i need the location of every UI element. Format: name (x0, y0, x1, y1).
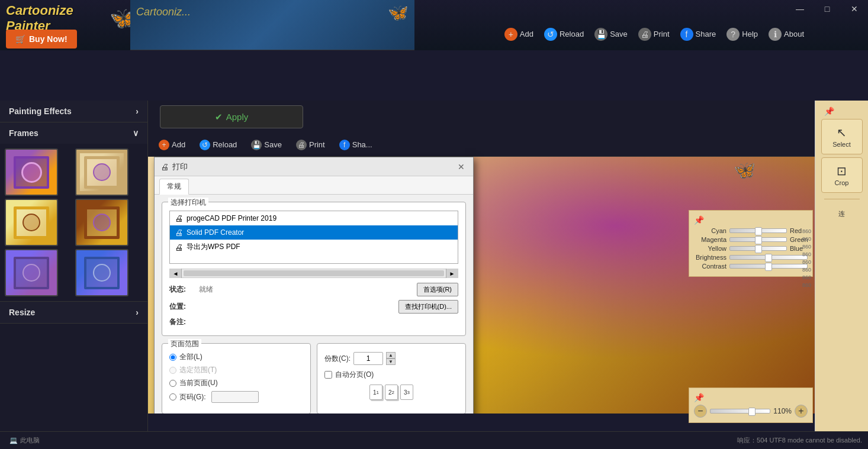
maximize-button[interactable]: □ (814, 0, 841, 18)
page-range-label: 页面范围 (168, 339, 201, 349)
page-num-3b: 3 (407, 390, 410, 395)
value-860-4: 860 (802, 251, 811, 257)
add-button[interactable]: + Add (500, 25, 538, 43)
printer-item-2[interactable]: 🖨 Solid PDF Creator (170, 225, 458, 240)
frame-item-5[interactable] (5, 249, 58, 296)
cyan-label: Cyan (694, 227, 726, 234)
select-icon: ↖ (837, 125, 847, 140)
share-button-2[interactable]: f Sha... (335, 137, 377, 153)
copies-up-btn[interactable]: ▲ (386, 352, 396, 358)
apply-button[interactable]: ✔ Apply (160, 105, 303, 128)
page-preview-1: 1 1 (369, 385, 382, 400)
about-button[interactable]: ℹ About (764, 25, 809, 43)
magenta-slider[interactable] (729, 237, 787, 242)
value-860-2: 860 (802, 236, 811, 242)
painting-effects-header[interactable]: Painting Effects › (0, 101, 147, 122)
cyan-slider[interactable] (729, 228, 787, 233)
frame-item-4[interactable] (75, 199, 128, 246)
copies-input[interactable] (353, 352, 383, 365)
brightness-row: Brightness (694, 254, 808, 261)
frame-thumb-2 (76, 150, 127, 195)
scroll-right-btn[interactable]: ► (446, 269, 458, 278)
page-number-radio[interactable] (169, 393, 176, 400)
select-tool-button[interactable]: ↖ Select (821, 119, 863, 154)
printer-item-3[interactable]: 🖨 导出为WPS PDF (170, 240, 458, 254)
resize-header[interactable]: Resize › (0, 302, 147, 323)
dialog-tab-general[interactable]: 常规 (159, 179, 189, 195)
frame-item-2[interactable] (75, 148, 128, 196)
current-radio[interactable] (169, 380, 176, 387)
value-860-8: 860 (802, 282, 811, 288)
print-button[interactable]: 🖨 Print (634, 25, 674, 43)
current-radio-label: 当前页面(U) (179, 378, 218, 388)
scroll-track (184, 270, 444, 276)
printer-scrollbar[interactable]: ◄ ► (169, 269, 458, 278)
save-icon: 💾 (594, 28, 607, 41)
top-toolbar: + Add ↺ Reload 💾 Save 🖨 Print f Share ? … (500, 18, 809, 50)
crop-label: Crop (835, 179, 849, 186)
frames-header[interactable]: Frames ∨ (0, 122, 147, 144)
frame-thumb-5 (6, 250, 57, 295)
printer-item-1[interactable]: 🖨 progeCAD PDF Printer 2019 (170, 211, 458, 225)
right-panel-divider (824, 199, 860, 199)
all-radio[interactable] (169, 354, 176, 361)
notes-label: 备注: (169, 317, 199, 327)
page-range-col: 页面范围 全部(L) 选定范围(T) 当前页面(U) (162, 343, 311, 414)
painting-effects-label: Painting Effects (9, 106, 72, 116)
add-button-2[interactable]: + Add (154, 137, 190, 153)
share-label-2: Sha... (352, 140, 372, 149)
copies-down-btn[interactable]: ▼ (386, 358, 396, 365)
print-button-2[interactable]: 🖨 Print (291, 137, 330, 153)
collate-checkbox[interactable] (324, 371, 332, 379)
find-printer-button[interactable]: 查找打印机(D)... (398, 300, 458, 314)
all-radio-row: 全部(L) (169, 352, 303, 362)
value-860-3: 860 (802, 244, 811, 250)
add-icon-2: + (159, 140, 169, 150)
page-number-input[interactable] (211, 391, 259, 403)
save-button-2[interactable]: 💾 Save (246, 137, 287, 153)
zoom-out-button[interactable]: − (694, 405, 707, 418)
contrast-label: Contrast (694, 263, 726, 270)
reload-button-2[interactable]: ↺ Reload (195, 137, 242, 153)
zoom-level: 110% (773, 407, 792, 415)
crop-tool-button[interactable]: ⊡ Crop (821, 157, 863, 193)
zoom-slider[interactable] (710, 409, 770, 414)
selection-radio[interactable] (169, 367, 176, 374)
color-pin-icon: 📌 (694, 215, 704, 225)
add-label: Add (520, 30, 533, 38)
frame-item-3[interactable] (5, 199, 58, 246)
add-icon: + (504, 28, 517, 41)
page-preview-3: 3 3 (400, 385, 413, 400)
help-button[interactable]: ? Help (722, 25, 763, 43)
zoom-controls: − 110% + (694, 405, 808, 418)
printer-list[interactable]: 🖨 progeCAD PDF Printer 2019 🖨 Solid PDF … (169, 211, 458, 264)
page-range-group: 页面范围 全部(L) 选定范围(T) 当前页面(U) (162, 343, 311, 414)
scroll-left-btn[interactable]: ◄ (170, 269, 182, 278)
prefs-button[interactable]: 首选项(R) (417, 283, 458, 296)
apply-checkmark: ✔ (215, 112, 223, 122)
share-icon: f (680, 28, 693, 41)
help-icon: ? (726, 28, 740, 41)
apply-label: Apply (226, 112, 249, 122)
left-sidebar: Painting Effects › Frames ∨ (0, 101, 148, 449)
brightness-slider[interactable] (729, 255, 808, 260)
select-label: Select (832, 141, 851, 148)
printer-icon-3: 🖨 (175, 243, 183, 252)
minimize-button[interactable]: — (786, 0, 814, 18)
frame-item-1[interactable] (5, 148, 58, 196)
pin-icon: 📌 (824, 106, 834, 116)
content-area: Painting Effects › Frames ∨ (0, 50, 868, 431)
frame-item-6[interactable] (75, 249, 128, 296)
zoom-in-button[interactable]: + (795, 405, 808, 418)
contrast-slider[interactable] (729, 264, 808, 269)
buy-now-button[interactable]: 🛒 Buy Now! (6, 30, 77, 49)
reload-button[interactable]: ↺ Reload (539, 25, 589, 43)
close-button[interactable]: ✕ (841, 0, 868, 18)
yellow-slider[interactable] (729, 246, 787, 251)
save-button[interactable]: 💾 Save (590, 25, 632, 43)
dialog-close-button[interactable]: ✕ (455, 161, 467, 173)
magenta-green-row: Magenta Green (694, 236, 808, 243)
computer-taskbar-item[interactable]: 💻 此电脑 (6, 435, 43, 446)
share-button[interactable]: f Share (676, 25, 721, 43)
reload-icon: ↺ (544, 28, 557, 41)
